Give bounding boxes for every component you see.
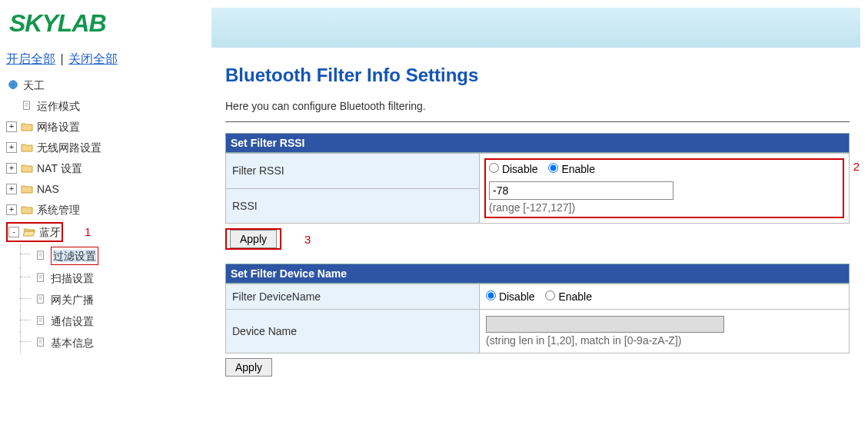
collapse-icon[interactable]: - (8, 227, 19, 237)
tree-item-sysadmin[interactable]: + 系统管理 (6, 200, 198, 220)
rssi-hint: (range [-127,127]) (489, 201, 840, 214)
filter-rssi-label: Filter RSSI (226, 154, 480, 189)
folder-open-icon (22, 226, 36, 238)
rssi-highlight-box: Disable Enable (range [-127,127]) 2 (484, 158, 844, 218)
tree-item-filter-settings[interactable]: 过滤设置 (34, 244, 198, 267)
devicename-value-label: Device Name (226, 310, 480, 353)
devicename-input[interactable] (486, 316, 724, 333)
folder-icon (20, 183, 34, 195)
open-all-link[interactable]: 开启全部 (6, 52, 55, 65)
rssi-apply-highlight: Apply (225, 228, 281, 250)
tree-item-scan-settings[interactable]: 扫描设置 (34, 267, 198, 289)
annotation-2: 2 (853, 160, 860, 215)
devicename-table: Filter DeviceName Disable Enable Device … (225, 284, 850, 353)
page-desc: Here you can configure Bluetooth filteri… (225, 100, 850, 112)
svg-rect-6 (38, 338, 44, 347)
tree-controls: 开启全部 | 关闭全部 (6, 51, 198, 68)
page-icon (34, 315, 48, 327)
rssi-input[interactable] (489, 181, 673, 200)
tree-item-nas[interactable]: + NAS (6, 179, 198, 199)
tree-root-item[interactable]: 天工 (6, 75, 198, 95)
annotation-3: 3 (304, 233, 311, 246)
nav-tree: 天工 运作模式 + 网络设置 + 无线网路设置 + NAT 设置 (6, 75, 198, 353)
folder-icon (20, 141, 34, 154)
page-icon (34, 250, 48, 262)
page-icon (20, 100, 34, 112)
svg-rect-5 (38, 317, 44, 325)
devicename-hint: (string len in [1,20], match in [0-9a-zA… (486, 334, 843, 347)
page-icon (34, 337, 48, 349)
main-content: Bluetooth Filter Info Settings Here you … (204, 46, 868, 390)
rssi-enable-radio[interactable]: Enable (548, 163, 594, 175)
page-icon (34, 294, 48, 306)
svg-rect-2 (38, 251, 44, 260)
devicename-disable-radio[interactable]: Disable (486, 290, 535, 303)
devicename-section-header: Set Filter Device Name (225, 264, 850, 284)
svg-rect-3 (38, 274, 44, 282)
devicename-apply-button[interactable]: Apply (225, 358, 272, 377)
tree-item-nat[interactable]: + NAT 设置 (6, 158, 198, 178)
close-all-link[interactable]: 关闭全部 (68, 52, 118, 65)
tree-item-basic-info[interactable]: 基本信息 (34, 332, 198, 353)
folder-icon (20, 162, 34, 174)
devicename-enable-radio[interactable]: Enable (545, 290, 591, 303)
filter-devicename-label: Filter DeviceName (226, 284, 480, 310)
expand-icon[interactable]: + (6, 184, 17, 194)
sidebar: SKYLAB 开启全部 | 关闭全部 天工 运作模式 + 网络设置 + (0, 0, 204, 390)
page-title: Bluetooth Filter Info Settings (225, 65, 850, 86)
tree-item-bluetooth[interactable]: - 蓝牙 1 (6, 221, 198, 244)
page-icon (34, 272, 48, 284)
rssi-table: Filter RSSI Disable Enable (range [-127,… (225, 153, 850, 224)
rssi-value-label: RSSI (226, 188, 480, 224)
folder-icon (20, 121, 34, 133)
tree-item-network[interactable]: + 网络设置 (6, 117, 198, 137)
expand-icon[interactable]: + (6, 163, 17, 174)
rssi-section-header: Set Filter RSSI (225, 133, 850, 153)
annotation-1: 1 (85, 224, 91, 241)
folder-icon (20, 204, 34, 216)
svg-rect-1 (24, 101, 30, 110)
rssi-disable-radio[interactable]: Disable (489, 163, 538, 175)
svg-rect-4 (38, 295, 44, 304)
expand-icon[interactable]: + (6, 121, 17, 132)
rssi-apply-button[interactable]: Apply (230, 230, 277, 248)
tree-item-comm-settings[interactable]: 通信设置 (34, 310, 198, 332)
expand-icon[interactable]: + (6, 204, 17, 215)
tree-item-opmode[interactable]: 运作模式 (6, 96, 198, 116)
tree-item-gateway-broadcast[interactable]: 网关广播 (34, 289, 198, 310)
globe-icon (6, 79, 20, 91)
expand-icon[interactable]: + (6, 142, 17, 153)
logo: SKYLAB (9, 9, 198, 38)
tree-item-wireless[interactable]: + 无线网路设置 (6, 138, 198, 158)
